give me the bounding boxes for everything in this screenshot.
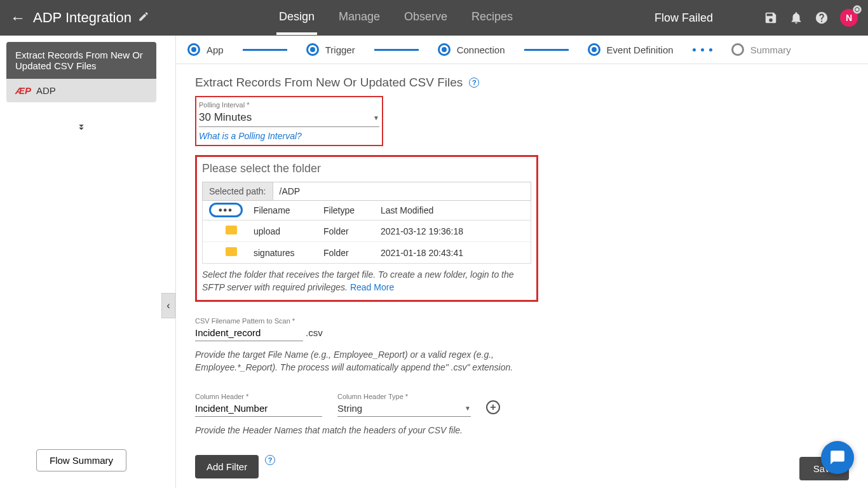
step-connector bbox=[374, 49, 419, 51]
step-connector bbox=[243, 49, 287, 51]
column-type-label: Column Header Type * bbox=[337, 393, 471, 400]
csv-pattern-label: CSV Filename Pattern to Scan * bbox=[195, 317, 849, 325]
edit-icon[interactable] bbox=[138, 11, 149, 25]
folder-title: Please select the folder bbox=[197, 162, 536, 182]
help-icon[interactable]: ? bbox=[469, 78, 479, 88]
stepper: App Trigger Connection Event Definition … bbox=[176, 36, 868, 64]
column-header-label: Column Header * bbox=[195, 393, 322, 400]
column-header-input[interactable] bbox=[195, 400, 322, 417]
adp-logo-icon: ÆP bbox=[15, 85, 31, 96]
section-title: Extract Records From New Or Updated CSV … bbox=[195, 76, 849, 90]
avatar[interactable]: N ⬡ bbox=[840, 9, 858, 27]
polling-interval-dropdown[interactable]: 30 Minutes ▼ bbox=[199, 109, 379, 127]
sidebar-card-title: Extract Records From New Or Updated CSV … bbox=[6, 42, 156, 79]
tab-recipes[interactable]: Recipes bbox=[469, 1, 515, 35]
help-icon[interactable] bbox=[815, 11, 829, 25]
folder-select-box: Please select the folder Selected path: … bbox=[195, 155, 538, 302]
folder-icon bbox=[226, 247, 237, 256]
step-connector bbox=[524, 49, 569, 51]
more-button[interactable]: ••• bbox=[209, 203, 243, 217]
expand-chevron-icon[interactable] bbox=[6, 121, 156, 136]
step-dots bbox=[693, 48, 712, 51]
step-event-definition[interactable]: Event Definition bbox=[588, 43, 674, 56]
tab-design[interactable]: Design bbox=[276, 1, 317, 35]
col-lastmodified: Last Modified bbox=[381, 205, 524, 215]
avatar-badge-icon: ⬡ bbox=[853, 5, 862, 14]
step-app[interactable]: App bbox=[187, 43, 224, 56]
dropdown-arrow-icon: ▼ bbox=[465, 405, 471, 412]
sidebar: Extract Records From New Or Updated CSV … bbox=[0, 36, 163, 488]
csv-pattern-input[interactable] bbox=[195, 325, 303, 341]
table-row[interactable]: upload Folder 2021-03-12 19:36:18 bbox=[203, 220, 531, 242]
read-more-link[interactable]: Read More bbox=[350, 282, 394, 292]
tab-manage[interactable]: Manage bbox=[336, 1, 383, 35]
col-filename: Filename bbox=[254, 205, 323, 215]
polling-help-link[interactable]: What is a Polling Interval? bbox=[199, 131, 302, 141]
csv-extension: .csv bbox=[306, 327, 323, 338]
polling-label: Polling Interval * bbox=[199, 101, 379, 109]
main-panel: App Trigger Connection Event Definition … bbox=[175, 36, 868, 488]
folder-icon bbox=[226, 226, 237, 234]
flow-summary-button[interactable]: Flow Summary bbox=[36, 449, 126, 471]
add-column-button[interactable]: + bbox=[486, 400, 500, 414]
path-label: Selected path: bbox=[202, 182, 273, 201]
sidebar-app-label: ADP bbox=[36, 85, 56, 96]
app-header: ← ADP Integration Design Manage Observe … bbox=[0, 0, 868, 36]
dropdown-arrow-icon: ▼ bbox=[373, 114, 379, 121]
page-title: ADP Integration bbox=[33, 10, 132, 26]
sidebar-app-item[interactable]: ÆP ADP bbox=[6, 79, 156, 102]
polling-interval-box: Polling Interval * 30 Minutes ▼ What is … bbox=[195, 96, 383, 146]
col-filetype: Filetype bbox=[323, 205, 381, 215]
save-icon[interactable] bbox=[764, 11, 778, 25]
csv-pattern-help: Provide the target File Name (e.g., Empl… bbox=[195, 349, 576, 374]
path-value: /ADP bbox=[273, 182, 531, 201]
folder-table: ••• Filename Filetype Last Modified uplo… bbox=[202, 201, 531, 264]
step-connection[interactable]: Connection bbox=[438, 43, 505, 56]
help-icon[interactable]: ? bbox=[265, 455, 275, 465]
back-arrow-icon[interactable]: ← bbox=[10, 9, 25, 27]
flow-status: Flow Failed bbox=[654, 11, 713, 25]
bell-icon[interactable] bbox=[789, 11, 803, 25]
collapse-sidebar-button[interactable]: ‹ bbox=[161, 293, 175, 318]
header-icons: N ⬡ bbox=[764, 9, 858, 27]
tab-observe[interactable]: Observe bbox=[402, 1, 450, 35]
column-header-help: Provide the Header Names that match the … bbox=[195, 424, 576, 437]
step-summary[interactable]: Summary bbox=[731, 43, 791, 56]
step-trigger[interactable]: Trigger bbox=[306, 43, 355, 56]
table-row[interactable]: signatures Folder 2021-01-18 20:43:41 bbox=[203, 242, 531, 263]
folder-help-text: Select the folder that receives the targ… bbox=[197, 264, 536, 294]
add-filter-button[interactable]: Add Filter bbox=[195, 455, 259, 478]
column-type-dropdown[interactable]: String ▼ bbox=[337, 400, 471, 417]
chat-fab[interactable] bbox=[821, 441, 854, 474]
nav-tabs: Design Manage Observe Recipes bbox=[276, 1, 515, 35]
